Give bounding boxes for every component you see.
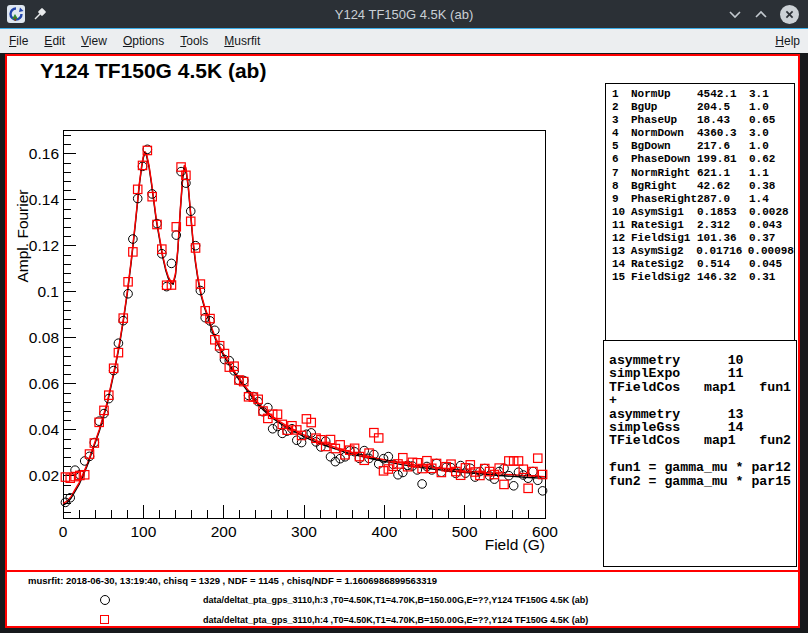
theory-text: asymmetry 10 simplExpo 11 TFieldCos map1…	[609, 354, 796, 488]
legend-entry-label-2: data/deltat_pta_gps_3110,h:4 ,T0=4.50K,T…	[203, 615, 588, 625]
application-window: { "window": { "title": "Y124 TF150G 4.5K…	[0, 0, 808, 633]
parameter-row: 13AsymSig20.017160.00098	[612, 245, 794, 258]
fit-parameter-box: 1NormUp4542.13.12BgUp204.51.03PhaseUp18.…	[605, 83, 795, 341]
parameter-row: 1NormUp4542.13.1	[612, 88, 794, 101]
parameter-row: 11RateSig12.3120.043	[612, 219, 794, 232]
parameter-row: 2BgUp204.51.0	[612, 101, 794, 114]
root-app-icon	[7, 5, 25, 23]
menubar: FileEditViewOptionsToolsMusrfit Help	[0, 28, 808, 53]
svg-text:300: 300	[291, 523, 317, 540]
parameter-row: 9PhaseRight287.01.4	[612, 193, 794, 206]
menu-item-musrfit[interactable]: Musrfit	[216, 30, 268, 52]
titlebar[interactable]: Y124 TF150G 4.5K (ab)	[0, 0, 808, 28]
pad-divider	[7, 570, 798, 572]
svg-text:0.12: 0.12	[29, 237, 59, 254]
svg-text:500: 500	[452, 523, 478, 540]
legend-entry-label-1: data/deltat_pta_gps_3110,h:3 ,T0=4.50K,T…	[203, 595, 588, 605]
parameter-row: 7NormRight621.11.1	[612, 167, 794, 180]
parameter-row: 12FieldSig1101.360.37	[612, 232, 794, 245]
menu-item-options[interactable]: Options	[115, 30, 172, 52]
maximize-button[interactable]	[754, 9, 768, 19]
svg-text:600: 600	[532, 523, 558, 540]
svg-text:0: 0	[59, 523, 68, 540]
svg-text:0.1: 0.1	[37, 283, 59, 300]
parameter-row: 15FieldSig2146.320.31	[612, 271, 794, 284]
parameter-row: 8BgRight42.620.38	[612, 180, 794, 193]
svg-text:0.14: 0.14	[29, 191, 60, 208]
svg-text:0.16: 0.16	[29, 145, 59, 162]
fit-info-text: musrfit: 2018-06-30, 13:19:40, chisq = 1…	[28, 575, 437, 586]
menubar-items: FileEditViewOptionsToolsMusrfit	[0, 30, 268, 52]
parameter-row: 6PhaseDown199.810.62	[612, 153, 794, 166]
menu-item-help[interactable]: Help	[767, 30, 808, 52]
parameter-row: 10AsymSig10.18530.0028	[612, 206, 794, 219]
theory-box: asymmetry 10 simplExpo 11 TFieldCos map1…	[603, 340, 797, 567]
svg-text:0.08: 0.08	[29, 329, 59, 346]
window-title: Y124 TF150G 4.5K (ab)	[0, 7, 808, 22]
close-button[interactable]	[780, 5, 799, 24]
menu-item-edit[interactable]: Edit	[36, 30, 73, 52]
menu-item-file[interactable]: File	[1, 30, 36, 52]
root-canvas[interactable]: Y124 TF150G 4.5K (ab) Ampl. Fourier Fiel…	[5, 54, 800, 628]
svg-text:400: 400	[371, 523, 397, 540]
legend-circle-marker	[100, 595, 110, 605]
parameter-row: 4NormDown4360.33.0	[612, 127, 794, 140]
legend-square-marker	[100, 615, 109, 624]
parameter-row: 5BgDown217.61.0	[612, 140, 794, 153]
svg-text:0.04: 0.04	[29, 421, 60, 438]
menu-item-tools[interactable]: Tools	[172, 30, 216, 52]
svg-text:200: 200	[211, 523, 237, 540]
svg-text:0.02: 0.02	[29, 467, 59, 484]
minimize-button[interactable]	[728, 9, 742, 19]
parameter-row: 3PhaseUp18.430.65	[612, 114, 794, 127]
svg-text:0.06: 0.06	[29, 375, 59, 392]
parameter-row: 14RateSig20.5140.045	[612, 258, 794, 271]
pin-icon[interactable]	[33, 7, 47, 21]
menu-item-view[interactable]: View	[73, 30, 115, 52]
svg-text:100: 100	[130, 523, 156, 540]
